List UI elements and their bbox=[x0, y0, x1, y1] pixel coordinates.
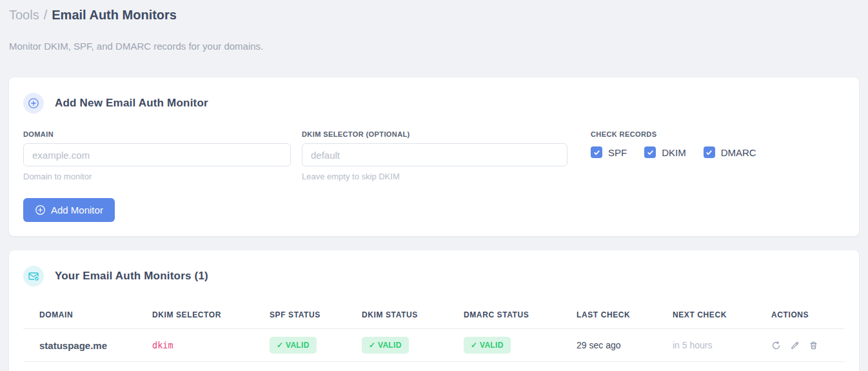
spf-status-badge: ✓ VALID bbox=[270, 337, 317, 354]
col-header-next-check: NEXT CHECK bbox=[656, 301, 755, 329]
spf-checkbox-label: SPF bbox=[608, 147, 627, 158]
dkim-selector-field-group: DKIM SELECTOR (OPTIONAL) Leave empty to … bbox=[302, 130, 567, 181]
mail-check-icon bbox=[23, 266, 44, 286]
checkmark-icon bbox=[647, 149, 654, 156]
plus-circle-icon bbox=[35, 205, 46, 216]
col-header-dkim-status: DKIM STATUS bbox=[346, 301, 448, 329]
monitor-domain: statuspage.me bbox=[23, 329, 136, 362]
check-records-label: CHECK RECORDS bbox=[591, 130, 756, 138]
dkim-checkbox-item[interactable]: DKIM bbox=[644, 146, 686, 158]
page-title: Email Auth Monitors bbox=[52, 8, 177, 22]
breadcrumb-tools-link[interactable]: Tools bbox=[9, 8, 39, 22]
monitor-dkim-selector: dkim bbox=[152, 340, 173, 350]
col-header-dmarc-status: DMARC STATUS bbox=[448, 301, 560, 329]
dkim-checkbox-label: DKIM bbox=[662, 147, 686, 158]
add-monitor-card: Add New Email Auth Monitor DOMAIN Domain… bbox=[9, 77, 859, 236]
table-row: statuspage.me dkim ✓ VALID ✓ VALID ✓ VAL… bbox=[23, 329, 845, 362]
domain-field-group: DOMAIN Domain to monitor bbox=[23, 130, 291, 181]
domain-input[interactable] bbox=[23, 143, 291, 166]
table-header-row: DOMAIN DKIM SELECTOR SPF STATUS DKIM STA… bbox=[23, 301, 845, 329]
breadcrumb: Tools/Email Auth Monitors bbox=[9, 6, 859, 23]
check-records-group: CHECK RECORDS SPF DKIM bbox=[591, 130, 756, 181]
col-header-last-check: LAST CHECK bbox=[560, 301, 656, 329]
dkim-selector-field-label: DKIM SELECTOR (OPTIONAL) bbox=[302, 130, 567, 138]
spf-checkbox[interactable] bbox=[591, 146, 602, 158]
domain-field-helper: Domain to monitor bbox=[23, 172, 291, 181]
plus-circle-icon bbox=[23, 93, 44, 114]
check-records-options: SPF DKIM DMARC bbox=[591, 146, 756, 158]
row-actions bbox=[771, 341, 845, 350]
add-monitor-button-label: Add Monitor bbox=[51, 205, 103, 216]
refresh-icon[interactable] bbox=[771, 341, 781, 350]
add-monitor-card-title: Add New Email Auth Monitor bbox=[55, 97, 208, 110]
dmarc-status-badge: ✓ VALID bbox=[464, 337, 511, 354]
page-subtitle: Monitor DKIM, SPF, and DMARC records for… bbox=[9, 41, 859, 52]
checkmark-icon bbox=[593, 149, 600, 156]
col-header-spf-status: SPF STATUS bbox=[253, 301, 346, 329]
monitors-card-title: Your Email Auth Monitors (1) bbox=[55, 270, 208, 283]
monitor-next-check: in 5 hours bbox=[656, 329, 755, 362]
col-header-dkim-selector: DKIM SELECTOR bbox=[136, 301, 253, 329]
edit-icon[interactable] bbox=[790, 341, 800, 350]
monitors-list-card: Your Email Auth Monitors (1) DOMAIN DKIM… bbox=[9, 250, 859, 371]
dmarc-checkbox[interactable] bbox=[704, 146, 715, 158]
add-monitor-button[interactable]: Add Monitor bbox=[23, 198, 115, 222]
breadcrumb-separator: / bbox=[44, 8, 48, 22]
dkim-selector-field-helper: Leave empty to skip DKIM bbox=[302, 172, 567, 181]
dmarc-checkbox-label: DMARC bbox=[721, 147, 756, 158]
checkmark-icon bbox=[705, 149, 713, 156]
monitors-table-wrap: DOMAIN DKIM SELECTOR SPF STATUS DKIM STA… bbox=[23, 301, 845, 362]
add-monitor-card-header: Add New Email Auth Monitor bbox=[23, 93, 845, 114]
add-monitor-form: DOMAIN Domain to monitor DKIM SELECTOR (… bbox=[23, 130, 845, 181]
col-header-actions: ACTIONS bbox=[755, 301, 845, 329]
col-header-domain: DOMAIN bbox=[23, 301, 136, 329]
monitor-last-check: 29 sec ago bbox=[560, 329, 656, 362]
dmarc-checkbox-item[interactable]: DMARC bbox=[704, 146, 756, 158]
dkim-selector-input[interactable] bbox=[302, 143, 567, 166]
monitors-card-header: Your Email Auth Monitors (1) bbox=[23, 266, 845, 286]
delete-icon[interactable] bbox=[809, 341, 818, 350]
dkim-checkbox[interactable] bbox=[644, 146, 656, 158]
dkim-status-badge: ✓ VALID bbox=[362, 337, 409, 354]
email-auth-monitors-page: Tools/Email Auth Monitors Monitor DKIM, … bbox=[0, 0, 868, 371]
monitors-table: DOMAIN DKIM SELECTOR SPF STATUS DKIM STA… bbox=[23, 301, 845, 362]
domain-field-label: DOMAIN bbox=[23, 130, 291, 138]
spf-checkbox-item[interactable]: SPF bbox=[591, 146, 627, 158]
